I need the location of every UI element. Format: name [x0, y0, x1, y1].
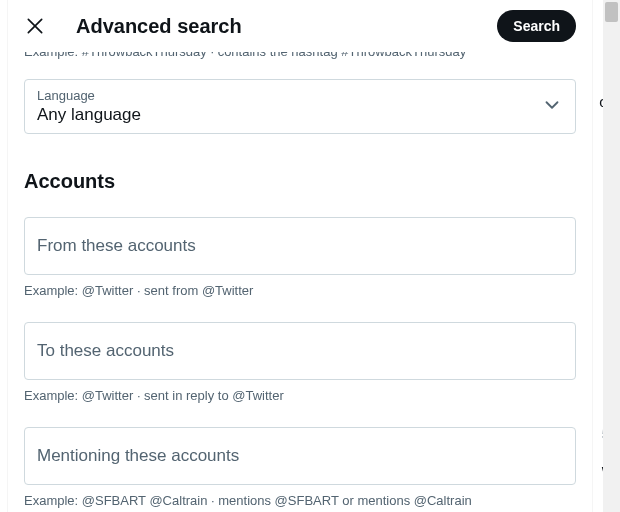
mentioning-accounts-input[interactable]: Mentioning these accounts — [24, 427, 576, 485]
accounts-heading: Accounts — [24, 170, 576, 193]
language-label: Language — [37, 88, 563, 103]
from-accounts-placeholder: From these accounts — [37, 236, 196, 256]
mentioning-accounts-example: Example: @SFBART @Caltrain · mentions @S… — [24, 493, 576, 508]
to-accounts-example: Example: @Twitter · sent in reply to @Tw… — [24, 388, 576, 403]
mentioning-accounts-placeholder: Mentioning these accounts — [37, 446, 239, 466]
language-value: Any language — [37, 105, 563, 125]
chevron-down-icon — [541, 94, 563, 120]
close-button[interactable] — [18, 9, 52, 43]
previous-example-text: Example: #ThrowbackThursday · contains t… — [24, 52, 576, 59]
modal-header: Advanced search Search — [8, 0, 592, 52]
to-accounts-input[interactable]: To these accounts — [24, 322, 576, 380]
modal-title: Advanced search — [76, 15, 473, 38]
page-scrollbar-track[interactable] — [603, 0, 620, 512]
close-icon — [25, 16, 45, 36]
search-button[interactable]: Search — [497, 10, 576, 42]
language-select[interactable]: Language Any language — [24, 79, 576, 134]
advanced-search-modal: Advanced search Search Example: #Throwba… — [8, 0, 592, 512]
page-scrollbar-thumb[interactable] — [605, 2, 618, 22]
modal-body[interactable]: Example: #ThrowbackThursday · contains t… — [8, 52, 592, 512]
from-accounts-input[interactable]: From these accounts — [24, 217, 576, 275]
from-accounts-example: Example: @Twitter · sent from @Twitter — [24, 283, 576, 298]
to-accounts-placeholder: To these accounts — [37, 341, 174, 361]
